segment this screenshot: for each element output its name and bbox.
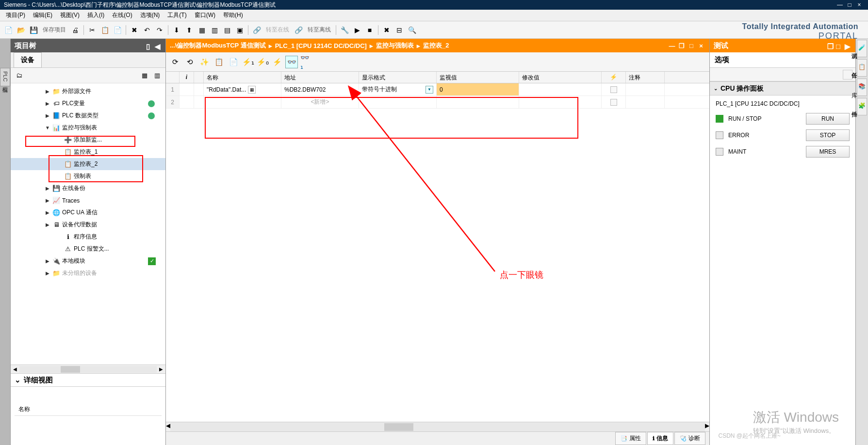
tab-properties[interactable]: 📑属性 (615, 432, 646, 445)
pane-pin-icon[interactable]: ▯ (146, 42, 153, 49)
editor-restore-icon[interactable]: ❐ (677, 42, 686, 49)
cell-modify-value[interactable] (519, 83, 602, 95)
detail-view-header[interactable]: ⌄ 详细视图 (11, 373, 165, 387)
go-online-label[interactable]: 转至在线 (263, 26, 292, 34)
tree-tb-icon[interactable]: 🗂 (14, 70, 24, 81)
cell-address[interactable]: %DB2.DBW702 (281, 83, 359, 95)
editor-maximize-icon[interactable]: □ (687, 42, 696, 49)
scroll-right-icon[interactable]: ▶ (705, 422, 709, 431)
cell-comment[interactable] (626, 83, 665, 95)
dropdown-icon[interactable]: ▼ (426, 86, 433, 94)
tree-opcua[interactable]: ▶🌐OPC UA 通信 (11, 207, 165, 219)
download-icon[interactable]: ⬆ (184, 25, 195, 35)
wt-icon-2[interactable]: ⟲ (183, 56, 196, 68)
crumb-group[interactable]: 监控与强制表 (376, 41, 414, 50)
editor-minimize-icon[interactable]: — (668, 42, 676, 49)
tb-misc-3[interactable]: ■ (364, 25, 375, 35)
go-online-icon[interactable]: 🔗 (251, 25, 262, 35)
stop-button[interactable]: STOP (806, 129, 850, 141)
tb-misc-4[interactable]: ✖ (381, 25, 392, 35)
tree-traces[interactable]: ▶📈Traces (11, 194, 165, 207)
save-icon[interactable]: 💾 (28, 25, 39, 35)
grid-row-2[interactable]: 2 <新增> (166, 96, 709, 109)
tree-watch-force[interactable]: ▼📊监控与强制表 (11, 122, 165, 134)
search-icon[interactable]: 🔍 (407, 25, 417, 35)
pane-icon-1[interactable]: ❐ (827, 42, 834, 49)
compile-icon[interactable]: ⬇ (171, 25, 182, 35)
copy-icon[interactable]: 📋 (99, 25, 110, 35)
menu-options[interactable]: 选项(N) (136, 11, 164, 19)
paste-icon[interactable]: 📄 (112, 25, 123, 35)
col-name[interactable]: 名称 (204, 72, 281, 83)
menu-tools[interactable]: 工具(T) (164, 11, 190, 19)
sidetab-addins[interactable]: 🧩插件 (857, 98, 867, 115)
tb-icon-4[interactable]: ▣ (234, 25, 245, 35)
devices-tab[interactable]: 设备 (14, 52, 42, 68)
tree-force-table[interactable]: 📋强制表 (11, 170, 165, 182)
tb-misc-2[interactable]: ▶ (352, 25, 362, 35)
menu-online[interactable]: 在线(O) (108, 11, 136, 19)
tab-diagnostics[interactable]: 🩺诊断 (674, 432, 705, 445)
editor-close-icon[interactable]: × (697, 42, 705, 49)
tree-view-icon-2[interactable]: ▥ (152, 70, 163, 81)
tree-add-watch[interactable]: ➕添加新监... (11, 134, 165, 146)
left-sidetab[interactable]: PLC 编程 (0, 39, 11, 445)
modify-once-icon[interactable]: ⚡₁ (242, 56, 254, 68)
cut-icon[interactable]: ✂ (87, 25, 98, 35)
tb-misc-5[interactable]: ⊟ (394, 25, 405, 35)
tree-program-info[interactable]: ℹ程序信息 (11, 231, 165, 243)
pane-collapse-icon[interactable]: ◀ (155, 42, 162, 49)
crumb-project[interactable]: ...\偏控制器ModbusTCP 通信测试 (170, 41, 266, 50)
open-project-icon[interactable]: 📂 (16, 25, 26, 35)
cell-format[interactable]: 带符号十进制▼ (359, 83, 437, 95)
go-offline-label[interactable]: 转至离线 (305, 26, 334, 34)
col-format[interactable]: 显示格式 (359, 72, 437, 83)
tree-online-backup[interactable]: ▶💾在线备份 (11, 182, 165, 194)
checkbox[interactable] (610, 86, 617, 93)
sidetab-plc-programming[interactable]: PLC 编程 (0, 68, 10, 86)
go-offline-icon[interactable]: 🔗 (293, 25, 304, 35)
tree-device-proxy[interactable]: ▶🖥设备代理数据 (11, 219, 165, 231)
tree-local-modules[interactable]: ▶🔌本地模块✓ (11, 255, 165, 267)
col-modify-value[interactable]: 修改值 (519, 72, 602, 83)
maximize-button[interactable]: □ (845, 0, 854, 10)
menu-help[interactable]: 帮助(H) (219, 11, 247, 19)
print-icon[interactable]: 🖨 (70, 25, 81, 35)
tree-watch-table-1[interactable]: 📋监控表_1 (11, 146, 165, 158)
menu-view[interactable]: 视图(V) (56, 11, 83, 19)
redo-icon[interactable]: ↷ (154, 25, 165, 35)
wt-icon-5[interactable]: 📄 (227, 56, 240, 68)
menu-project[interactable]: 项目(P) (2, 11, 29, 19)
tree-watch-table-2[interactable]: 📋监控表_2 (11, 158, 165, 170)
grid-row-1[interactable]: 1 "RdData".Dat...▦ %DB2.DBW702 带符号十进制▼ 0 (166, 83, 709, 96)
editor-hscrollbar[interactable]: ◀ ▶ (166, 422, 709, 431)
delete-icon[interactable]: ✖ (129, 25, 140, 35)
tag-browse-icon[interactable]: ▦ (248, 86, 256, 94)
cpu-panel-header[interactable]: ⌄ CPU 操作面板 (710, 82, 855, 95)
monitor-once-icon[interactable]: 👓₁ (300, 56, 312, 68)
mres-button[interactable]: MRES (806, 146, 850, 158)
col-monitor-value[interactable]: 监视值 (437, 72, 519, 83)
tb-misc-1[interactable]: 🔧 (339, 25, 350, 35)
sidetab-test[interactable]: 🧪测试 (857, 40, 867, 57)
tree-external-sources[interactable]: ▶📁外部源文件 (11, 85, 165, 97)
tree-ungrouped[interactable]: ▶📁未分组的设备 (11, 267, 165, 279)
wt-icon-8[interactable]: ⚡ (271, 56, 283, 68)
cell-address-new[interactable]: <新增> (281, 96, 359, 108)
scroll-right-icon[interactable]: ▶ (157, 366, 165, 372)
col-comment[interactable]: 注释 (626, 72, 665, 83)
undo-icon[interactable]: ↶ (142, 25, 152, 35)
scroll-left-icon[interactable]: ◀ (11, 366, 19, 372)
tb-icon-1[interactable]: ▦ (197, 25, 207, 35)
pane-icon-2[interactable]: □ (836, 42, 843, 49)
checkbox[interactable] (610, 99, 617, 106)
menu-insert[interactable]: 插入(I) (83, 11, 108, 19)
cell-flash[interactable] (602, 83, 626, 95)
modify-now-icon[interactable]: ⚡₀ (256, 56, 269, 68)
tree-plc-tags[interactable]: ▶🏷PLC变量 (11, 97, 165, 110)
crumb-table[interactable]: 监控表_2 (423, 41, 449, 50)
sidetab-tasks[interactable]: 📋任务 (857, 59, 867, 77)
scroll-thumb[interactable] (61, 366, 80, 373)
menu-window[interactable]: 窗口(W) (191, 11, 219, 19)
crumb-plc[interactable]: PLC_1 [CPU 1214C DC/DC/DC] (275, 42, 367, 49)
